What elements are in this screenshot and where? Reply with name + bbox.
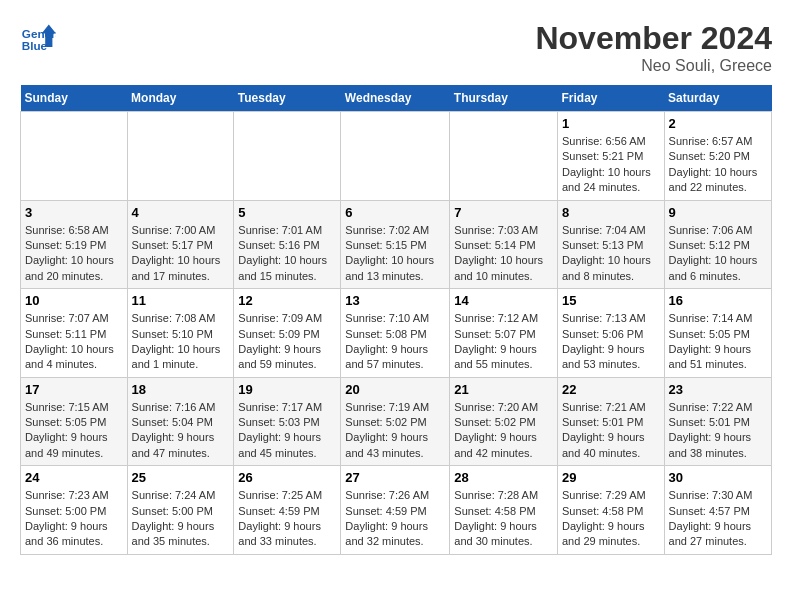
day-info: Sunrise: 7:26 AM Sunset: 4:59 PM Dayligh… xyxy=(345,488,445,550)
day-info: Sunrise: 7:04 AM Sunset: 5:13 PM Dayligh… xyxy=(562,223,660,285)
day-info: Sunrise: 7:14 AM Sunset: 5:05 PM Dayligh… xyxy=(669,311,767,373)
day-info: Sunrise: 6:58 AM Sunset: 5:19 PM Dayligh… xyxy=(25,223,123,285)
calendar-cell: 16Sunrise: 7:14 AM Sunset: 5:05 PM Dayli… xyxy=(664,289,771,378)
calendar-cell: 28Sunrise: 7:28 AM Sunset: 4:58 PM Dayli… xyxy=(450,466,558,555)
calendar-cell: 23Sunrise: 7:22 AM Sunset: 5:01 PM Dayli… xyxy=(664,377,771,466)
month-year-title: November 2024 xyxy=(535,20,772,57)
day-number: 7 xyxy=(454,205,553,220)
calendar-cell: 15Sunrise: 7:13 AM Sunset: 5:06 PM Dayli… xyxy=(557,289,664,378)
day-info: Sunrise: 6:57 AM Sunset: 5:20 PM Dayligh… xyxy=(669,134,767,196)
day-info: Sunrise: 7:10 AM Sunset: 5:08 PM Dayligh… xyxy=(345,311,445,373)
day-number: 18 xyxy=(132,382,230,397)
weekday-header-saturday: Saturday xyxy=(664,85,771,112)
calendar-cell: 11Sunrise: 7:08 AM Sunset: 5:10 PM Dayli… xyxy=(127,289,234,378)
day-info: Sunrise: 7:25 AM Sunset: 4:59 PM Dayligh… xyxy=(238,488,336,550)
calendar-cell: 4Sunrise: 7:00 AM Sunset: 5:17 PM Daylig… xyxy=(127,200,234,289)
calendar-cell: 6Sunrise: 7:02 AM Sunset: 5:15 PM Daylig… xyxy=(341,200,450,289)
logo-icon: General Blue xyxy=(20,20,56,56)
day-info: Sunrise: 7:15 AM Sunset: 5:05 PM Dayligh… xyxy=(25,400,123,462)
day-number: 30 xyxy=(669,470,767,485)
week-row-2: 3Sunrise: 6:58 AM Sunset: 5:19 PM Daylig… xyxy=(21,200,772,289)
day-number: 28 xyxy=(454,470,553,485)
location-subtitle: Neo Souli, Greece xyxy=(535,57,772,75)
day-info: Sunrise: 7:20 AM Sunset: 5:02 PM Dayligh… xyxy=(454,400,553,462)
day-info: Sunrise: 7:08 AM Sunset: 5:10 PM Dayligh… xyxy=(132,311,230,373)
day-info: Sunrise: 7:23 AM Sunset: 5:00 PM Dayligh… xyxy=(25,488,123,550)
day-number: 22 xyxy=(562,382,660,397)
day-number: 16 xyxy=(669,293,767,308)
day-number: 25 xyxy=(132,470,230,485)
calendar-cell: 25Sunrise: 7:24 AM Sunset: 5:00 PM Dayli… xyxy=(127,466,234,555)
svg-text:Blue: Blue xyxy=(22,39,48,52)
calendar-cell: 10Sunrise: 7:07 AM Sunset: 5:11 PM Dayli… xyxy=(21,289,128,378)
day-number: 21 xyxy=(454,382,553,397)
calendar-cell: 21Sunrise: 7:20 AM Sunset: 5:02 PM Dayli… xyxy=(450,377,558,466)
day-info: Sunrise: 7:24 AM Sunset: 5:00 PM Dayligh… xyxy=(132,488,230,550)
day-info: Sunrise: 6:56 AM Sunset: 5:21 PM Dayligh… xyxy=(562,134,660,196)
day-number: 19 xyxy=(238,382,336,397)
calendar-cell: 1Sunrise: 6:56 AM Sunset: 5:21 PM Daylig… xyxy=(557,112,664,201)
day-number: 13 xyxy=(345,293,445,308)
day-number: 23 xyxy=(669,382,767,397)
weekday-header-friday: Friday xyxy=(557,85,664,112)
day-number: 5 xyxy=(238,205,336,220)
calendar-table: SundayMondayTuesdayWednesdayThursdayFrid… xyxy=(20,85,772,555)
day-info: Sunrise: 7:09 AM Sunset: 5:09 PM Dayligh… xyxy=(238,311,336,373)
day-info: Sunrise: 7:06 AM Sunset: 5:12 PM Dayligh… xyxy=(669,223,767,285)
day-number: 26 xyxy=(238,470,336,485)
calendar-cell: 22Sunrise: 7:21 AM Sunset: 5:01 PM Dayli… xyxy=(557,377,664,466)
weekday-header-sunday: Sunday xyxy=(21,85,128,112)
week-row-4: 17Sunrise: 7:15 AM Sunset: 5:05 PM Dayli… xyxy=(21,377,772,466)
calendar-cell xyxy=(341,112,450,201)
calendar-cell: 12Sunrise: 7:09 AM Sunset: 5:09 PM Dayli… xyxy=(234,289,341,378)
day-number: 2 xyxy=(669,116,767,131)
weekday-header-tuesday: Tuesday xyxy=(234,85,341,112)
week-row-1: 1Sunrise: 6:56 AM Sunset: 5:21 PM Daylig… xyxy=(21,112,772,201)
day-info: Sunrise: 7:03 AM Sunset: 5:14 PM Dayligh… xyxy=(454,223,553,285)
calendar-cell xyxy=(450,112,558,201)
day-info: Sunrise: 7:29 AM Sunset: 4:58 PM Dayligh… xyxy=(562,488,660,550)
day-number: 12 xyxy=(238,293,336,308)
calendar-cell: 27Sunrise: 7:26 AM Sunset: 4:59 PM Dayli… xyxy=(341,466,450,555)
day-info: Sunrise: 7:22 AM Sunset: 5:01 PM Dayligh… xyxy=(669,400,767,462)
calendar-cell: 14Sunrise: 7:12 AM Sunset: 5:07 PM Dayli… xyxy=(450,289,558,378)
title-block: November 2024 Neo Souli, Greece xyxy=(535,20,772,75)
day-number: 1 xyxy=(562,116,660,131)
calendar-cell: 8Sunrise: 7:04 AM Sunset: 5:13 PM Daylig… xyxy=(557,200,664,289)
day-info: Sunrise: 7:17 AM Sunset: 5:03 PM Dayligh… xyxy=(238,400,336,462)
calendar-cell: 30Sunrise: 7:30 AM Sunset: 4:57 PM Dayli… xyxy=(664,466,771,555)
week-row-5: 24Sunrise: 7:23 AM Sunset: 5:00 PM Dayli… xyxy=(21,466,772,555)
calendar-cell: 3Sunrise: 6:58 AM Sunset: 5:19 PM Daylig… xyxy=(21,200,128,289)
day-number: 24 xyxy=(25,470,123,485)
calendar-cell xyxy=(127,112,234,201)
calendar-cell: 26Sunrise: 7:25 AM Sunset: 4:59 PM Dayli… xyxy=(234,466,341,555)
day-number: 17 xyxy=(25,382,123,397)
day-number: 29 xyxy=(562,470,660,485)
calendar-cell xyxy=(21,112,128,201)
day-number: 11 xyxy=(132,293,230,308)
calendar-cell: 17Sunrise: 7:15 AM Sunset: 5:05 PM Dayli… xyxy=(21,377,128,466)
day-number: 4 xyxy=(132,205,230,220)
day-info: Sunrise: 7:16 AM Sunset: 5:04 PM Dayligh… xyxy=(132,400,230,462)
day-number: 6 xyxy=(345,205,445,220)
calendar-cell: 19Sunrise: 7:17 AM Sunset: 5:03 PM Dayli… xyxy=(234,377,341,466)
calendar-cell: 2Sunrise: 6:57 AM Sunset: 5:20 PM Daylig… xyxy=(664,112,771,201)
logo: General Blue xyxy=(20,20,56,56)
day-info: Sunrise: 7:21 AM Sunset: 5:01 PM Dayligh… xyxy=(562,400,660,462)
weekday-header-wednesday: Wednesday xyxy=(341,85,450,112)
day-number: 9 xyxy=(669,205,767,220)
day-number: 20 xyxy=(345,382,445,397)
day-number: 14 xyxy=(454,293,553,308)
weekday-header-row: SundayMondayTuesdayWednesdayThursdayFrid… xyxy=(21,85,772,112)
week-row-3: 10Sunrise: 7:07 AM Sunset: 5:11 PM Dayli… xyxy=(21,289,772,378)
day-info: Sunrise: 7:01 AM Sunset: 5:16 PM Dayligh… xyxy=(238,223,336,285)
day-info: Sunrise: 7:19 AM Sunset: 5:02 PM Dayligh… xyxy=(345,400,445,462)
day-info: Sunrise: 7:12 AM Sunset: 5:07 PM Dayligh… xyxy=(454,311,553,373)
day-info: Sunrise: 7:02 AM Sunset: 5:15 PM Dayligh… xyxy=(345,223,445,285)
day-info: Sunrise: 7:30 AM Sunset: 4:57 PM Dayligh… xyxy=(669,488,767,550)
day-info: Sunrise: 7:13 AM Sunset: 5:06 PM Dayligh… xyxy=(562,311,660,373)
calendar-cell xyxy=(234,112,341,201)
day-number: 27 xyxy=(345,470,445,485)
day-number: 3 xyxy=(25,205,123,220)
day-info: Sunrise: 7:07 AM Sunset: 5:11 PM Dayligh… xyxy=(25,311,123,373)
